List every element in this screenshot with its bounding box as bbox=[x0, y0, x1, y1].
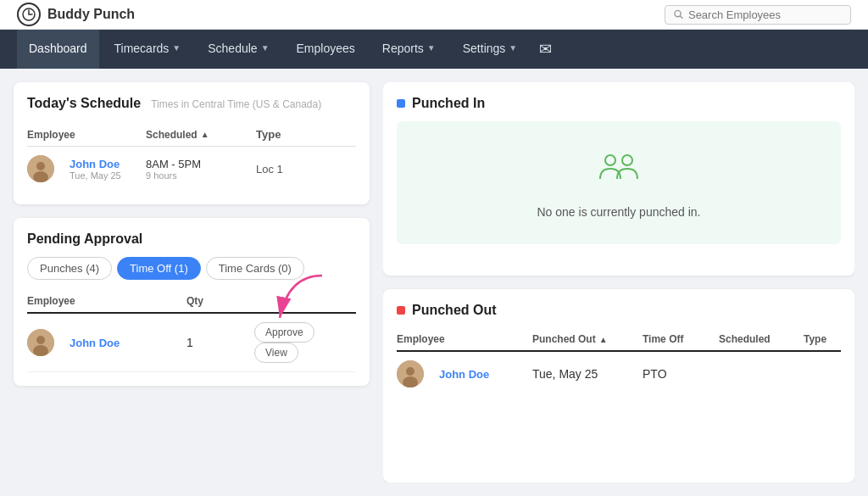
pending-approval-title: Pending Approval bbox=[27, 231, 356, 247]
schedule-col-type: Type bbox=[256, 128, 356, 141]
settings-chevron-icon: ▼ bbox=[509, 43, 517, 53]
po-avatar bbox=[397, 360, 424, 387]
po-col-type: Type bbox=[804, 333, 841, 345]
punched-in-empty-state: No one is currently punched in. bbox=[397, 121, 841, 244]
punched-out-card: Punched Out Employee Punched Out ▲ Time … bbox=[383, 289, 854, 482]
scheduled-sort-icon: ▲ bbox=[201, 130, 209, 139]
nav-item-reports[interactable]: Reports ▼ bbox=[370, 30, 448, 69]
people-icon bbox=[593, 147, 644, 189]
svg-point-9 bbox=[36, 336, 45, 344]
nav-item-timecards[interactable]: Timecards ▼ bbox=[103, 30, 193, 69]
po-emp-name[interactable]: John Doe bbox=[439, 368, 489, 381]
schedule-chevron-icon: ▼ bbox=[261, 43, 270, 53]
punched-in-card: Punched In No one is currently punched i… bbox=[383, 82, 854, 276]
punched-in-title: Punched In bbox=[397, 96, 841, 111]
timecards-chevron-icon: ▼ bbox=[172, 43, 181, 53]
punched-out-title: Punched Out bbox=[397, 303, 841, 318]
svg-line-4 bbox=[680, 16, 682, 19]
todays-schedule-card: Today's Schedule Times in Central Time (… bbox=[14, 82, 370, 204]
schedule-table-header: Employee Scheduled ▲ Type bbox=[27, 123, 356, 147]
main-content: Today's Schedule Times in Central Time (… bbox=[0, 69, 868, 496]
svg-point-15 bbox=[406, 367, 415, 376]
schedule-hours: 9 hours bbox=[146, 170, 256, 181]
nav-item-settings[interactable]: Settings ▼ bbox=[451, 30, 530, 69]
todays-schedule-subtitle: Times in Central Time (US & Canada) bbox=[151, 98, 321, 110]
svg-point-13 bbox=[622, 155, 632, 165]
pa-table-row: John Doe 1 Approve View bbox=[27, 314, 356, 372]
view-button[interactable]: View bbox=[254, 343, 298, 363]
logo-text: Buddy Punch bbox=[47, 7, 135, 22]
punched-out-sort-icon: ▲ bbox=[599, 335, 608, 344]
punched-out-table-row: John Doe Tue, May 25 PTO bbox=[397, 352, 841, 396]
pa-emp-name: John Doe bbox=[70, 337, 120, 349]
punched-out-dot bbox=[397, 306, 405, 315]
po-col-punched-out: Punched Out ▲ bbox=[532, 333, 643, 345]
po-time-off: PTO bbox=[643, 367, 719, 381]
schedule-col-employee: Employee bbox=[27, 128, 146, 141]
punched-in-empty-text: No one is currently punched in. bbox=[537, 205, 701, 219]
nav-item-employees[interactable]: Employees bbox=[285, 30, 367, 69]
schedule-col-scheduled: Scheduled ▲ bbox=[146, 128, 256, 141]
po-col-time-off: Time Off bbox=[643, 333, 719, 345]
right-column: Punched In No one is currently punched i… bbox=[383, 82, 854, 482]
schedule-table-row: John Doe Tue, May 25 8AM - 5PM 9 hours L… bbox=[27, 147, 356, 191]
logo-icon bbox=[17, 3, 41, 26]
schedule-type: Loc 1 bbox=[256, 163, 356, 176]
po-punched-out-time: Tue, May 25 bbox=[532, 367, 643, 381]
tab-time-off[interactable]: Time Off (1) bbox=[117, 257, 201, 280]
punched-out-table-header: Employee Punched Out ▲ Time Off Schedule… bbox=[397, 328, 841, 352]
po-col-scheduled: Scheduled bbox=[719, 333, 804, 345]
punched-in-dot bbox=[397, 99, 405, 108]
main-nav: Dashboard Timecards ▼ Schedule ▼ Employe… bbox=[0, 30, 868, 69]
nav-item-dashboard[interactable]: Dashboard bbox=[17, 30, 99, 69]
schedule-emp-name[interactable]: John Doe bbox=[70, 158, 121, 170]
nav-item-schedule[interactable]: Schedule ▼ bbox=[196, 30, 281, 69]
pending-approval-tabs: Punches (4) Time Off (1) Time Cards (0) bbox=[27, 257, 356, 280]
todays-schedule-title: Today's Schedule bbox=[27, 96, 141, 111]
mail-icon[interactable]: ✉ bbox=[539, 40, 552, 59]
logo: Buddy Punch bbox=[17, 3, 135, 26]
pa-table-header: Employee Qty bbox=[27, 290, 356, 314]
tab-time-cards[interactable]: Time Cards (0) bbox=[206, 257, 304, 280]
po-col-employee: Employee bbox=[397, 333, 532, 345]
reports-chevron-icon: ▼ bbox=[427, 43, 436, 53]
search-input[interactable] bbox=[688, 8, 842, 21]
pa-col-qty: Qty bbox=[186, 295, 254, 307]
pa-qty: 1 bbox=[186, 336, 254, 349]
avatar bbox=[27, 155, 54, 182]
svg-point-12 bbox=[605, 155, 615, 165]
search-icon bbox=[674, 9, 683, 20]
pa-col-employee: Employee bbox=[27, 295, 186, 307]
top-bar: Buddy Punch bbox=[0, 0, 868, 30]
pending-approval-card: Pending Approval Punches (4) Time Off (1… bbox=[14, 218, 370, 386]
schedule-time: 8AM - 5PM bbox=[146, 158, 256, 170]
schedule-emp-date: Tue, May 25 bbox=[70, 170, 121, 181]
left-column: Today's Schedule Times in Central Time (… bbox=[14, 82, 370, 482]
approve-button[interactable]: Approve bbox=[254, 322, 314, 343]
pa-avatar bbox=[27, 329, 54, 356]
svg-point-6 bbox=[36, 162, 45, 170]
search-bar[interactable] bbox=[665, 5, 851, 25]
pa-col-actions bbox=[254, 295, 356, 307]
tab-punches[interactable]: Punches (4) bbox=[27, 257, 112, 280]
